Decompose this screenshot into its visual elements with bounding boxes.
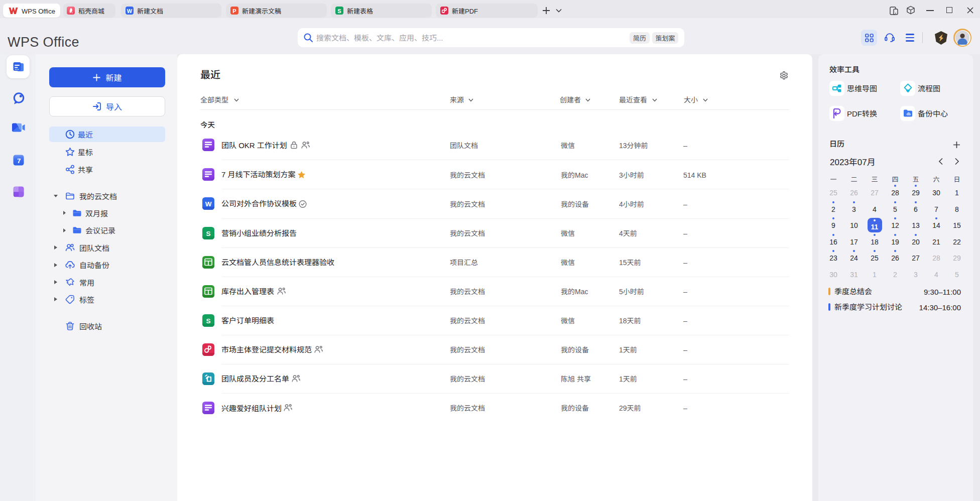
- svg-text:S: S: [206, 317, 210, 325]
- svg-text:W: W: [205, 200, 212, 208]
- svg-text:7: 7: [17, 157, 21, 165]
- svg-text:S: S: [206, 230, 210, 237]
